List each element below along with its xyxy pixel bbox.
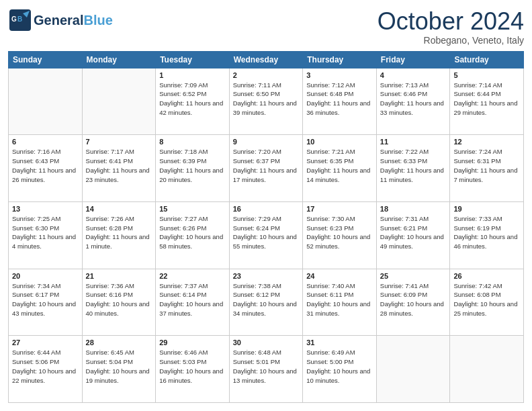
day-number: 13 bbox=[12, 205, 79, 213]
day-number: 23 bbox=[233, 272, 300, 280]
logo-icon: G B bbox=[8, 8, 32, 32]
day-info: Sunrise: 7:33 AM Sunset: 6:19 PM Dayligh… bbox=[453, 214, 520, 251]
day-number: 7 bbox=[86, 138, 152, 146]
calendar-table: Sunday Monday Tuesday Wednesday Thursday… bbox=[8, 51, 524, 403]
table-row: 29Sunrise: 6:46 AM Sunset: 5:03 PM Dayli… bbox=[156, 336, 230, 403]
logo-blue: Blue bbox=[83, 13, 112, 28]
col-tuesday: Tuesday bbox=[156, 51, 230, 68]
day-number: 12 bbox=[453, 138, 520, 146]
day-info: Sunrise: 7:14 AM Sunset: 6:44 PM Dayligh… bbox=[453, 81, 520, 118]
day-info: Sunrise: 7:13 AM Sunset: 6:46 PM Dayligh… bbox=[380, 81, 447, 118]
calendar-week-row: 6Sunrise: 7:16 AM Sunset: 6:43 PM Daylig… bbox=[9, 135, 524, 202]
day-info: Sunrise: 7:18 AM Sunset: 6:39 PM Dayligh… bbox=[159, 147, 226, 184]
day-number: 14 bbox=[86, 205, 152, 213]
day-number: 27 bbox=[12, 338, 79, 347]
month-title: October 2024 bbox=[378, 8, 524, 35]
day-info: Sunrise: 7:38 AM Sunset: 6:12 PM Dayligh… bbox=[233, 281, 300, 318]
day-number: 10 bbox=[306, 138, 373, 146]
calendar-page: G B GeneralBlue October 2024 Robegano, V… bbox=[0, 0, 532, 411]
logo-text: GeneralBlue bbox=[34, 13, 113, 28]
day-number: 6 bbox=[12, 138, 79, 146]
table-row: 6Sunrise: 7:16 AM Sunset: 6:43 PM Daylig… bbox=[9, 135, 83, 202]
table-row: 16Sunrise: 7:29 AM Sunset: 6:24 PM Dayli… bbox=[229, 201, 303, 269]
day-info: Sunrise: 7:34 AM Sunset: 6:17 PM Dayligh… bbox=[12, 281, 79, 318]
table-row: 22Sunrise: 7:37 AM Sunset: 6:14 PM Dayli… bbox=[156, 269, 230, 336]
day-info: Sunrise: 6:48 AM Sunset: 5:01 PM Dayligh… bbox=[233, 348, 300, 385]
table-row: 24Sunrise: 7:40 AM Sunset: 6:11 PM Dayli… bbox=[303, 269, 377, 336]
col-saturday: Saturday bbox=[450, 51, 524, 68]
day-number: 24 bbox=[306, 272, 373, 280]
day-number: 4 bbox=[380, 71, 447, 79]
col-sunday: Sunday bbox=[9, 51, 83, 68]
svg-text:G: G bbox=[11, 15, 17, 23]
table-row: 5Sunrise: 7:14 AM Sunset: 6:44 PM Daylig… bbox=[450, 68, 524, 135]
day-info: Sunrise: 7:11 AM Sunset: 6:50 PM Dayligh… bbox=[233, 81, 300, 118]
day-number: 5 bbox=[453, 71, 520, 79]
day-info: Sunrise: 7:09 AM Sunset: 6:52 PM Dayligh… bbox=[159, 81, 226, 118]
day-number: 31 bbox=[306, 338, 373, 347]
day-number: 9 bbox=[233, 138, 300, 146]
table-row: 10Sunrise: 7:21 AM Sunset: 6:35 PM Dayli… bbox=[303, 135, 377, 202]
day-number: 16 bbox=[233, 205, 300, 213]
table-row bbox=[376, 336, 450, 403]
logo: G B GeneralBlue bbox=[8, 8, 113, 32]
calendar-week-row: 13Sunrise: 7:25 AM Sunset: 6:30 PM Dayli… bbox=[9, 201, 524, 269]
table-row: 17Sunrise: 7:30 AM Sunset: 6:23 PM Dayli… bbox=[303, 201, 377, 269]
day-number: 21 bbox=[86, 272, 152, 280]
calendar-week-row: 27Sunrise: 6:44 AM Sunset: 5:06 PM Dayli… bbox=[9, 336, 524, 403]
table-row: 7Sunrise: 7:17 AM Sunset: 6:41 PM Daylig… bbox=[82, 135, 156, 202]
table-row: 14Sunrise: 7:26 AM Sunset: 6:28 PM Dayli… bbox=[82, 201, 156, 269]
col-friday: Friday bbox=[376, 51, 450, 68]
day-number: 1 bbox=[159, 71, 226, 79]
table-row: 25Sunrise: 7:41 AM Sunset: 6:09 PM Dayli… bbox=[376, 269, 450, 336]
day-number: 26 bbox=[453, 272, 520, 280]
day-info: Sunrise: 7:26 AM Sunset: 6:28 PM Dayligh… bbox=[86, 214, 152, 251]
table-row: 12Sunrise: 7:24 AM Sunset: 6:31 PM Dayli… bbox=[450, 135, 524, 202]
table-row: 11Sunrise: 7:22 AM Sunset: 6:33 PM Dayli… bbox=[376, 135, 450, 202]
location: Robegano, Veneto, Italy bbox=[378, 35, 524, 46]
day-number: 25 bbox=[380, 272, 447, 280]
table-row: 9Sunrise: 7:20 AM Sunset: 6:37 PM Daylig… bbox=[229, 135, 303, 202]
day-number: 20 bbox=[12, 272, 79, 280]
table-row: 31Sunrise: 6:49 AM Sunset: 5:00 PM Dayli… bbox=[303, 336, 377, 403]
day-number: 19 bbox=[453, 205, 520, 213]
day-number: 3 bbox=[306, 71, 373, 79]
day-info: Sunrise: 6:49 AM Sunset: 5:00 PM Dayligh… bbox=[306, 348, 373, 385]
day-info: Sunrise: 7:40 AM Sunset: 6:11 PM Dayligh… bbox=[306, 281, 373, 318]
table-row: 15Sunrise: 7:27 AM Sunset: 6:26 PM Dayli… bbox=[156, 201, 230, 269]
table-row: 30Sunrise: 6:48 AM Sunset: 5:01 PM Dayli… bbox=[229, 336, 303, 403]
table-row: 2Sunrise: 7:11 AM Sunset: 6:50 PM Daylig… bbox=[229, 68, 303, 135]
calendar-header-row: Sunday Monday Tuesday Wednesday Thursday… bbox=[9, 51, 524, 68]
day-number: 30 bbox=[233, 338, 300, 347]
day-info: Sunrise: 7:42 AM Sunset: 6:08 PM Dayligh… bbox=[453, 281, 520, 318]
col-wednesday: Wednesday bbox=[229, 51, 303, 68]
day-info: Sunrise: 7:16 AM Sunset: 6:43 PM Dayligh… bbox=[12, 147, 79, 184]
day-number: 17 bbox=[306, 205, 373, 213]
table-row: 19Sunrise: 7:33 AM Sunset: 6:19 PM Dayli… bbox=[450, 201, 524, 269]
table-row bbox=[450, 336, 524, 403]
day-info: Sunrise: 7:24 AM Sunset: 6:31 PM Dayligh… bbox=[453, 147, 520, 184]
col-thursday: Thursday bbox=[303, 51, 377, 68]
day-info: Sunrise: 7:25 AM Sunset: 6:30 PM Dayligh… bbox=[12, 214, 79, 251]
day-number: 15 bbox=[159, 205, 226, 213]
table-row: 26Sunrise: 7:42 AM Sunset: 6:08 PM Dayli… bbox=[450, 269, 524, 336]
day-number: 18 bbox=[380, 205, 447, 213]
logo-general: General bbox=[34, 13, 83, 28]
table-row: 23Sunrise: 7:38 AM Sunset: 6:12 PM Dayli… bbox=[229, 269, 303, 336]
svg-text:B: B bbox=[17, 15, 22, 23]
table-row: 3Sunrise: 7:12 AM Sunset: 6:48 PM Daylig… bbox=[303, 68, 377, 135]
table-row: 1Sunrise: 7:09 AM Sunset: 6:52 PM Daylig… bbox=[156, 68, 230, 135]
title-section: October 2024 Robegano, Veneto, Italy bbox=[378, 8, 524, 46]
day-number: 28 bbox=[86, 338, 152, 347]
table-row bbox=[82, 68, 156, 135]
day-number: 8 bbox=[159, 138, 226, 146]
day-info: Sunrise: 7:37 AM Sunset: 6:14 PM Dayligh… bbox=[159, 281, 226, 318]
day-number: 11 bbox=[380, 138, 447, 146]
day-info: Sunrise: 7:21 AM Sunset: 6:35 PM Dayligh… bbox=[306, 147, 373, 184]
table-row: 20Sunrise: 7:34 AM Sunset: 6:17 PM Dayli… bbox=[9, 269, 83, 336]
day-info: Sunrise: 7:20 AM Sunset: 6:37 PM Dayligh… bbox=[233, 147, 300, 184]
day-number: 22 bbox=[159, 272, 226, 280]
day-info: Sunrise: 7:41 AM Sunset: 6:09 PM Dayligh… bbox=[380, 281, 447, 318]
day-info: Sunrise: 7:12 AM Sunset: 6:48 PM Dayligh… bbox=[306, 81, 373, 118]
day-info: Sunrise: 6:45 AM Sunset: 5:04 PM Dayligh… bbox=[86, 348, 152, 385]
